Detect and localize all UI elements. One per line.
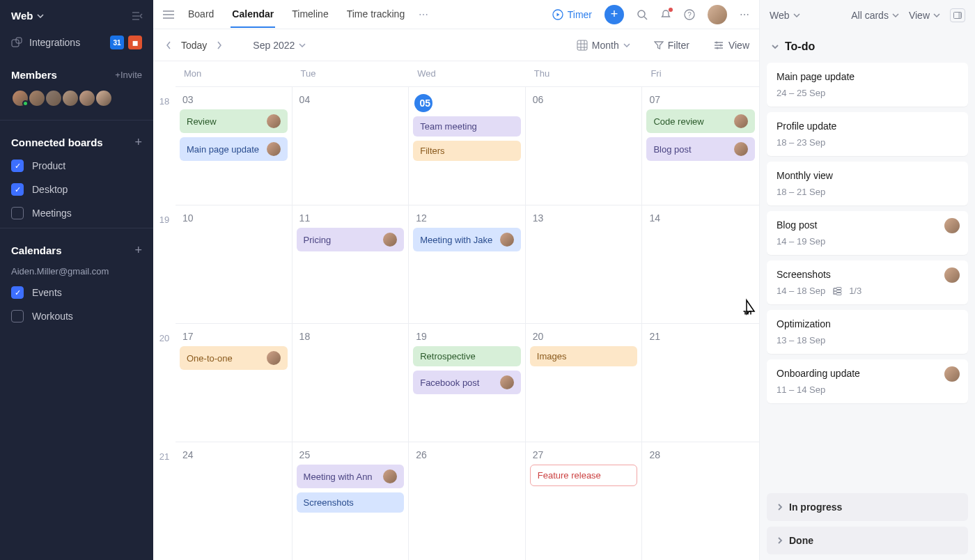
calendar-row[interactable]: Workouts [0, 304, 153, 328]
calendar-event[interactable]: Meeting with Jake [413, 228, 521, 251]
calendar-event[interactable]: Pricing [297, 228, 405, 251]
calendar-cell[interactable]: 20Images [526, 324, 643, 442]
calendar-event[interactable]: One-to-one [180, 346, 288, 370]
calendar-cell[interactable]: 13 [526, 205, 643, 323]
calendar-event[interactable]: Facebook post [413, 371, 521, 394]
add-board-button[interactable]: + [134, 136, 142, 148]
timer-button[interactable]: Timer [552, 9, 592, 20]
svg-rect-13 [836, 290, 841, 292]
rp-view-selector[interactable]: View [909, 10, 940, 21]
workspace-switcher[interactable]: Web [11, 10, 44, 22]
calendar-cell[interactable]: 07Code reviewBlog post [642, 87, 759, 205]
todo-card[interactable]: Monthly view18 – 21 Sep [767, 162, 968, 205]
card-meta: 13 – 18 Sep [777, 335, 958, 345]
calendar-event[interactable]: Feature release [530, 465, 638, 486]
calendar-event[interactable]: Code review [646, 109, 755, 133]
calendar-cell[interactable]: 14 [642, 205, 759, 323]
todo-card[interactable]: Main page update24 – 25 Sep [767, 63, 968, 107]
calendar-cell[interactable]: 04 [292, 87, 410, 205]
tab-timeline[interactable]: Timeline [290, 1, 329, 28]
day-number: 19 [413, 331, 521, 342]
collapse-sidebar-button[interactable] [131, 11, 143, 21]
calendar-cell[interactable]: 19RetrospectiveFacebook post [409, 324, 526, 442]
inprogress-section-header[interactable]: In progress [767, 493, 968, 521]
google-calendar-icon[interactable]: 31 [110, 36, 124, 49]
member-avatar[interactable] [11, 89, 29, 107]
calendar-cell[interactable]: 12Meeting with Jake [409, 205, 526, 323]
granularity-selector[interactable]: Month [577, 40, 630, 51]
tab-board[interactable]: Board [187, 1, 215, 28]
calendar-cell[interactable]: 28 [642, 442, 759, 560]
invite-button[interactable]: +Invite [115, 70, 142, 80]
todo-card[interactable]: Screenshots14 – 18 Sep1/3 [767, 260, 968, 304]
calendar-cell[interactable]: 18 [292, 324, 410, 442]
next-button[interactable] [214, 38, 225, 52]
rp-collapse-button[interactable] [950, 8, 965, 22]
notifications-button[interactable] [660, 9, 671, 20]
calendar-cell[interactable]: 05Team meetingFilters [409, 87, 526, 205]
rp-workspace-selector[interactable]: Web [770, 10, 800, 21]
today-button[interactable]: Today [181, 40, 207, 51]
rp-cards-filter[interactable]: All cards [851, 10, 899, 21]
add-button[interactable]: + [604, 5, 624, 24]
checkbox[interactable]: ✓ [11, 183, 24, 196]
calendar-cell[interactable]: 26 [409, 442, 526, 560]
board-row[interactable]: Meetings [0, 201, 153, 225]
member-avatar[interactable] [28, 89, 46, 107]
member-avatar[interactable] [61, 89, 79, 107]
period-selector[interactable]: Sep 2022 [253, 40, 306, 51]
menu-button[interactable] [163, 10, 174, 19]
calendar-event[interactable]: Main page update [180, 137, 288, 161]
search-button[interactable] [637, 9, 648, 20]
checkbox[interactable] [11, 207, 24, 219]
done-section-header[interactable]: Done [767, 527, 968, 554]
todo-card[interactable]: Blog post14 – 19 Sep [767, 211, 968, 255]
timer-label: Timer [568, 9, 592, 20]
tab-time-tracking[interactable]: Time tracking [345, 1, 407, 28]
board-row[interactable]: ✓Desktop [0, 178, 153, 201]
calendar-cell[interactable]: 27Feature release [526, 442, 643, 560]
add-calendar-button[interactable]: + [134, 244, 142, 256]
board-row[interactable]: ✓Product [0, 154, 153, 178]
user-avatar[interactable] [708, 5, 727, 24]
calendar-cell[interactable]: 06 [526, 87, 643, 205]
prev-button[interactable] [163, 38, 174, 52]
event-title: Pricing [304, 235, 332, 245]
todo-section-header[interactable]: To-do [760, 31, 975, 63]
todo-card[interactable]: Onboarding update11 – 14 Sep [767, 359, 968, 403]
calendar-event[interactable]: Filters [413, 141, 521, 161]
view-button[interactable]: View [713, 40, 749, 51]
calendar-cell[interactable]: 10 [176, 205, 292, 323]
filter-button[interactable]: Filter [654, 40, 689, 51]
calendar-event[interactable]: Retrospective [413, 346, 521, 366]
member-avatar[interactable] [45, 89, 63, 107]
member-avatar[interactable] [95, 89, 113, 107]
calendar-event[interactable]: Screenshots [297, 492, 405, 513]
checkbox[interactable] [11, 310, 24, 322]
calendar-event[interactable]: Team meeting [413, 116, 521, 137]
calendar-cell[interactable]: 17One-to-one [176, 324, 292, 442]
more-tabs-button[interactable]: ⋯ [419, 9, 428, 20]
assignee-avatar [383, 233, 397, 247]
calendar-cell[interactable]: 21 [642, 324, 759, 442]
calendar-cell[interactable]: 25Meeting with AnnScreenshots [292, 442, 410, 560]
calendar-cell[interactable]: 24 [176, 442, 292, 560]
todo-card[interactable]: Optimization13 – 18 Sep [767, 310, 968, 354]
calendar-row[interactable]: ✓Events [0, 281, 153, 304]
calendar-event[interactable]: Review [180, 109, 288, 133]
calendar-cell[interactable]: 03ReviewMain page update [176, 87, 292, 205]
calendar-event[interactable]: Meeting with Ann [297, 465, 405, 488]
calendar-event[interactable]: Images [530, 346, 638, 366]
chevron-down-icon [299, 43, 306, 47]
member-avatar[interactable] [78, 89, 96, 107]
tab-calendar[interactable]: Calendar [231, 1, 275, 28]
integrations-row[interactable]: Integrations 31 ◼ [0, 29, 153, 56]
calendar-cell[interactable]: 11Pricing [292, 205, 410, 323]
todo-card[interactable]: Profile update18 – 23 Sep [767, 112, 968, 156]
more-menu-button[interactable]: ⋯ [740, 9, 749, 20]
checkbox[interactable]: ✓ [11, 286, 24, 299]
calendar-event[interactable]: Blog post [646, 137, 755, 161]
office-icon[interactable]: ◼ [128, 36, 142, 49]
help-button[interactable]: ? [684, 9, 695, 20]
checkbox[interactable]: ✓ [11, 160, 24, 172]
